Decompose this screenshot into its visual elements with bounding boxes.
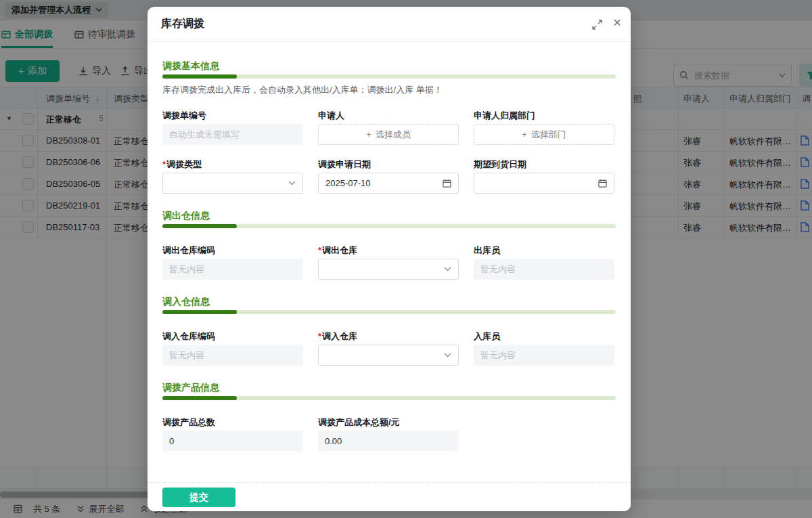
field-label-order-no: 调拨单编号 — [162, 111, 303, 121]
chevron-down-icon — [444, 353, 451, 358]
field-label-applicant: 申请人 — [318, 111, 459, 121]
field-label-out-clerk: 出库员 — [474, 246, 614, 255]
plus-icon: + — [366, 129, 371, 139]
section-title-product: 调拨产品信息 — [162, 382, 616, 393]
expect-date-input[interactable] — [474, 173, 614, 194]
field-label-apply-date: 调拨申请日期 — [318, 160, 459, 169]
submit-button[interactable]: 提交 — [162, 488, 235, 507]
total-cost-input[interactable] — [318, 431, 459, 452]
out-warehouse-code-input[interactable] — [162, 259, 303, 280]
select-department-button[interactable]: + 选择部门 — [474, 124, 614, 145]
section-title-basic: 调拨基本信息 — [162, 60, 616, 71]
total-quantity-input[interactable] — [162, 431, 303, 452]
required-mark: * — [318, 246, 321, 255]
out-warehouse-select[interactable] — [318, 259, 459, 280]
inventory-transfer-modal: 库存调拨 × 调拨基本信息 库存调拨完成出入库后，会自动录入其他出/入库单：调拨… — [148, 7, 631, 511]
plus-icon: + — [522, 129, 527, 139]
field-label-out-warehouse: *调出仓库 — [318, 246, 459, 255]
chevron-down-icon — [288, 181, 296, 186]
select-member-button[interactable]: + 选择成员 — [318, 124, 459, 145]
transfer-type-select[interactable] — [162, 173, 303, 194]
modal-header: 库存调拨 × — [148, 7, 631, 42]
apply-date-input[interactable]: 2025-07-10 — [318, 173, 459, 194]
field-label-type: *调拨类型 — [162, 160, 303, 169]
in-warehouse-code-input[interactable] — [162, 345, 303, 366]
modal-body: 调拨基本信息 库存调拨完成出入库后，会自动录入其他出/入库单：调拨出/入库 单据… — [148, 60, 631, 452]
field-label-expect-date: 期望到货日期 — [474, 160, 614, 169]
field-label-in-clerk: 入库员 — [474, 332, 614, 341]
field-label-in-warehouse: *调入仓库 — [318, 332, 459, 341]
modal-footer: 提交 — [148, 482, 631, 511]
field-label-in-code: 调入仓库编码 — [162, 332, 303, 341]
in-warehouse-select[interactable] — [318, 345, 459, 366]
order-no-input[interactable] — [162, 124, 303, 145]
calendar-icon — [598, 179, 607, 188]
required-mark: * — [162, 160, 166, 169]
section-title-in: 调入仓信息 — [162, 296, 616, 307]
expand-modal-icon[interactable] — [592, 20, 602, 30]
field-label-total-quantity: 调拨产品总数 — [162, 418, 303, 427]
close-icon[interactable]: × — [613, 16, 621, 29]
chevron-down-icon — [444, 267, 451, 272]
field-label-out-code: 调出仓库编码 — [162, 246, 303, 255]
in-clerk-input[interactable] — [474, 345, 614, 366]
required-mark: * — [318, 332, 321, 341]
modal-title: 库存调拨 — [161, 17, 204, 31]
field-label-total-cost: 调拨产品成本总额/元 — [318, 418, 459, 427]
calendar-icon — [443, 179, 451, 188]
out-clerk-input[interactable] — [474, 259, 614, 280]
section-title-out: 调出仓信息 — [162, 210, 616, 221]
section-description: 库存调拨完成出入库后，会自动录入其他出/入库单：调拨出/入库 单据！ — [162, 84, 616, 96]
field-label-department: 申请人归属部门 — [474, 111, 614, 121]
section-progress-bar — [162, 74, 616, 79]
